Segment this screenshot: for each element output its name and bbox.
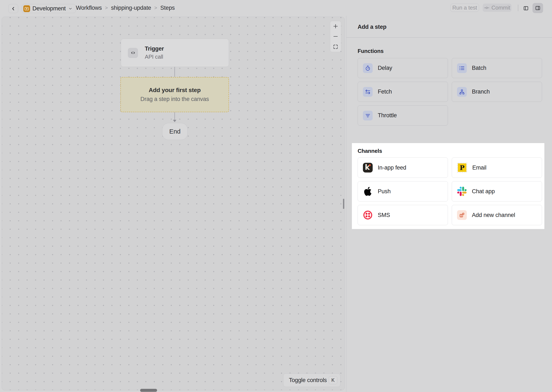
step-card-email[interactable]: P Email [452, 157, 542, 178]
environment-selector[interactable]: Development [22, 4, 76, 13]
slack-logo-icon [457, 187, 467, 196]
plus-icon [333, 23, 339, 29]
step-card-label: Fetch [378, 89, 392, 95]
chevron-down-icon [68, 6, 73, 11]
horizontal-scrollbar-thumb[interactable] [140, 389, 157, 392]
breadcrumb: Workflows > shipping-update > Steps [76, 0, 175, 16]
chevron-left-icon [11, 6, 16, 11]
step-card-batch[interactable]: Batch [452, 58, 542, 78]
step-card-add-new-channel[interactable]: Add new channel [452, 205, 542, 225]
delay-timer-icon [363, 63, 373, 73]
back-button[interactable] [8, 4, 18, 13]
commit-button[interactable]: Commit [483, 4, 511, 12]
keyboard-shortcut-badge: K [329, 376, 337, 384]
trigger-node[interactable]: Trigger API call [121, 39, 229, 67]
trigger-node-subtitle: API call [145, 54, 164, 60]
toggle-controls-label: Toggle controls [289, 377, 327, 384]
breadcrumb-separator: > [105, 5, 108, 11]
edge-trigger-to-placeholder [174, 67, 175, 77]
end-node: End [162, 123, 188, 140]
zoom-in-button[interactable] [330, 21, 341, 31]
toggle-right-panel-button[interactable] [532, 3, 543, 13]
zoom-out-button[interactable] [330, 31, 341, 42]
breadcrumb-separator: > [154, 5, 157, 11]
toggle-left-panel-button[interactable] [522, 4, 530, 13]
fetch-arrows-icon [363, 87, 373, 97]
step-card-label: Push [378, 188, 391, 195]
breadcrumb-workflow-name[interactable]: shipping-update [111, 5, 151, 11]
fit-view-button[interactable] [330, 42, 341, 52]
step-card-in-app-feed[interactable]: k In-app feed [358, 157, 448, 178]
add-channel-icon [457, 210, 467, 220]
channels-section-label: Channels [358, 148, 382, 154]
fit-view-icon [333, 44, 338, 49]
commit-icon [484, 5, 489, 11]
batch-list-icon [457, 63, 467, 73]
branch-tree-icon [457, 87, 467, 97]
step-card-label: SMS [378, 212, 390, 218]
breadcrumb-workflows[interactable]: Workflows [76, 5, 102, 11]
workflow-canvas[interactable]: Trigger API call Add your first step Dra… [2, 17, 345, 390]
step-card-throttle[interactable]: Throttle [358, 105, 448, 126]
minus-icon [333, 34, 339, 39]
panel-divider [346, 37, 552, 38]
functions-section-label: Functions [358, 48, 384, 54]
apple-logo-icon [363, 187, 373, 196]
connector-arrowhead [173, 120, 176, 122]
trigger-node-title: Trigger [145, 46, 164, 52]
dropzone-title: Add your first step [149, 87, 201, 94]
code-icon [128, 48, 138, 58]
commit-label: Commit [491, 4, 510, 11]
topbar-divider [518, 5, 518, 11]
step-card-sms[interactable]: SMS [358, 205, 448, 225]
step-card-push[interactable]: Push [358, 181, 448, 202]
step-card-branch[interactable]: Branch [452, 82, 542, 102]
step-card-label: Branch [472, 89, 490, 95]
step-card-fetch[interactable]: Fetch [358, 82, 448, 102]
throttle-lines-icon [363, 111, 373, 120]
panel-left-icon [523, 6, 529, 11]
top-bar: Development Workflows > shipping-update … [0, 0, 552, 16]
run-test-button[interactable]: Run a test [450, 4, 479, 12]
panel-title: Add a step [358, 24, 386, 30]
dropzone-subtitle: Drag a step into the canvas [140, 96, 209, 102]
postmark-logo-icon: P [457, 162, 467, 173]
canvas-zoom-controls [330, 21, 341, 52]
breadcrumb-current-page: Steps [160, 5, 175, 11]
twilio-logo-icon [363, 210, 373, 220]
step-card-label: Throttle [378, 112, 397, 119]
step-card-label: Delay [378, 65, 392, 71]
step-card-delay[interactable]: Delay [358, 58, 448, 78]
add-first-step-dropzone[interactable]: Add your first step Drag a step into the… [120, 77, 229, 112]
end-node-label: End [169, 128, 181, 135]
environment-label: Development [32, 5, 66, 12]
vertical-scrollbar-thumb[interactable] [343, 199, 344, 209]
environment-folder-icon [23, 5, 30, 12]
step-card-label: Chat app [472, 188, 495, 195]
edge-placeholder-to-end [174, 112, 175, 120]
panel-right-icon [535, 5, 541, 11]
step-card-label: In-app feed [378, 164, 406, 171]
step-card-label: Batch [472, 65, 486, 71]
toggle-controls-button[interactable]: Toggle controls K [283, 373, 341, 387]
step-card-label: Email [472, 164, 487, 171]
step-card-chat-app[interactable]: Chat app [452, 181, 542, 202]
knock-logo-icon: k [363, 163, 373, 173]
step-card-label: Add new channel [472, 212, 515, 218]
